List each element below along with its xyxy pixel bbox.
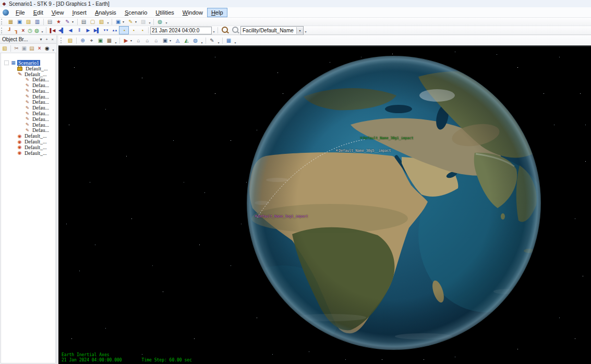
reset-animation-icon[interactable]: ▌◀ [48, 27, 57, 34]
zoom-time-in-icon[interactable] [222, 27, 228, 33]
toolbar-overflow-icon[interactable]: ▾ [51, 48, 55, 53]
feather-icon[interactable]: ✎ [208, 37, 216, 44]
start-time-icon[interactable]: ◔ [129, 27, 138, 34]
slower-animation-icon[interactable]: ▼▼ [101, 27, 110, 34]
toolbar-grip[interactable] [61, 38, 64, 43]
chevron-down-icon[interactable]: ▾ [123, 20, 126, 23]
realtime-clock-icon[interactable]: ◍ [33, 27, 40, 34]
pan-icon[interactable]: ⊕ [78, 37, 87, 44]
highlight-icon[interactable]: ✎ [126, 18, 135, 26]
tree-item[interactable]: ✎ Defau... [1, 105, 55, 111]
tree-item[interactable]: ✎ Defau... [1, 88, 55, 94]
menu-window[interactable]: Window [178, 8, 207, 17]
stop-time-icon[interactable]: ◔ [138, 27, 147, 34]
tree-item[interactable]: ✎ Default_... [1, 71, 55, 77]
chevron-down-icon[interactable]: ▾ [130, 39, 134, 42]
duplicate-window-icon[interactable]: ▢ [88, 18, 97, 26]
pause-icon[interactable]: ‖ [75, 27, 83, 34]
toolbar-overflow-icon[interactable]: ▾ [164, 21, 168, 26]
toolbar-overflow-icon[interactable]: ▾ [216, 41, 221, 45]
play-backward-icon[interactable]: ◀ [66, 27, 75, 34]
tree-item[interactable]: ✎ Defau... [1, 82, 55, 88]
home-view-icon[interactable]: ⌂ [134, 37, 143, 44]
step-back-icon[interactable]: ◀▌ [57, 27, 66, 34]
toolbar-grip[interactable] [1, 19, 5, 25]
chevron-down-icon[interactable]: ▾ [296, 27, 303, 34]
menu-scenario[interactable]: Scenario [120, 8, 151, 17]
report-icon[interactable]: ▤ [79, 18, 88, 26]
open-icon[interactable]: ▨ [24, 18, 33, 26]
stored-views-icon[interactable]: ⌂ [143, 37, 152, 44]
tree-item-scenario[interactable]: ▦ Scenario1 [1, 60, 55, 66]
paste-icon[interactable]: ▤ [28, 45, 35, 52]
panel-pin-icon[interactable]: + [44, 37, 50, 42]
toolbar-overflow-icon[interactable]: ▾ [212, 30, 216, 34]
animation-time-icon[interactable]: ◔ [119, 26, 129, 34]
toolbar-overflow-icon[interactable]: ▾ [40, 30, 44, 34]
tree-item[interactable]: ✎ Defau... [1, 100, 55, 105]
tree-item[interactable]: ◉ Default_... [1, 150, 55, 156]
close-connections-icon[interactable]: × [20, 27, 27, 34]
connect-icon[interactable]: ┚ [6, 27, 13, 34]
toolbar-grip[interactable] [1, 28, 5, 33]
tree-expander-icon[interactable] [4, 60, 9, 65]
find-icon[interactable]: ◉ [44, 45, 51, 52]
tree-item[interactable]: Default_... [1, 66, 55, 71]
menu-analysis[interactable]: Analysis [91, 8, 120, 17]
toolbar-overflow-icon[interactable]: ▾ [148, 21, 152, 26]
insert-object-wizard-icon[interactable]: ✎ [63, 18, 72, 26]
new-scenario-icon[interactable]: ▦ [6, 18, 15, 26]
tree-item[interactable]: ✎ Defau... [1, 128, 55, 134]
chevron-down-icon[interactable]: ▾ [170, 39, 173, 42]
tree-item[interactable]: ◉ Default_... [1, 144, 55, 150]
earth-globe[interactable] [58, 46, 591, 364]
menu-utilities[interactable]: Utilities [151, 8, 178, 17]
chevron-down-icon[interactable]: ▾ [135, 20, 139, 23]
toolbar-overflow-icon[interactable]: ▾ [200, 41, 204, 45]
delete-icon[interactable]: × [36, 45, 43, 52]
view-position-icon[interactable]: ▣ [96, 37, 105, 44]
copy-icon[interactable]: ▣ [20, 45, 28, 52]
view-direction-icon[interactable]: ▦ [105, 37, 114, 44]
menu-insert[interactable]: Insert [68, 8, 91, 17]
menu-help[interactable]: Help [207, 8, 227, 17]
menu-file[interactable]: File [11, 8, 29, 17]
print-icon[interactable]: ▤ [45, 18, 54, 26]
open-vdf-icon[interactable]: ▣ [15, 18, 24, 26]
menu-view[interactable]: View [47, 8, 68, 17]
globe-icon[interactable]: ◍ [155, 18, 164, 26]
tree-item[interactable]: ✎ Defau... [1, 111, 55, 116]
faster-animation-icon[interactable]: ▲▲ [110, 27, 119, 34]
toolbar-overflow-icon[interactable]: ▾ [114, 41, 118, 45]
tree-item[interactable]: ◉ Default_... [1, 139, 55, 144]
vehicle-view-icon[interactable]: ▶ [122, 37, 130, 44]
zoom-icon[interactable]: ⌖ [87, 37, 96, 44]
time-sync-icon[interactable]: ◷ [27, 27, 33, 34]
toolbar-overflow-icon[interactable]: ▾ [106, 21, 110, 26]
menu-edit[interactable]: Edit [29, 8, 47, 17]
tree-item[interactable]: ✎ Defau... [1, 94, 55, 100]
animation-time-input[interactable] [150, 27, 212, 34]
tree-item[interactable]: ✎ Defau... [1, 116, 55, 122]
previous-view-icon[interactable]: ⌂ [152, 37, 161, 44]
step-forward-icon[interactable]: ▶▌ [92, 27, 101, 34]
save-icon[interactable]: ▥ [33, 18, 42, 26]
properties-icon[interactable]: ▧ [66, 37, 75, 44]
chevron-down-icon[interactable]: ▾ [72, 20, 76, 23]
cut-icon[interactable]: ✂ [13, 45, 20, 52]
toolbar-overflow-icon[interactable]: ▾ [233, 41, 237, 45]
paste-special-icon[interactable]: ▨ [139, 18, 148, 26]
toolbar-overflow-icon[interactable]: ▾ [304, 30, 308, 34]
panel-close-icon[interactable]: × [50, 37, 55, 42]
tree-item[interactable]: ✎ Defau... [1, 77, 55, 82]
notes-icon[interactable]: ▧ [97, 18, 106, 26]
tree-item[interactable]: ✎ Defau... [1, 122, 55, 128]
insert-default-object-icon[interactable]: ★ [54, 18, 63, 26]
image-capture-icon[interactable]: ▦ [224, 37, 233, 44]
zoom-time-out-icon[interactable] [232, 27, 238, 33]
disconnect-icon[interactable]: ┒ [13, 27, 20, 34]
az-el-mask-icon[interactable]: ◭ [182, 37, 191, 44]
object-select-combobox[interactable]: Facility/Default_Name ▾ [240, 26, 304, 35]
new-object-icon[interactable]: ▧ [1, 45, 8, 52]
earth-3d-viewport[interactable]: ×Default_Name_30g1_impact ×Default_Name_… [58, 46, 591, 364]
